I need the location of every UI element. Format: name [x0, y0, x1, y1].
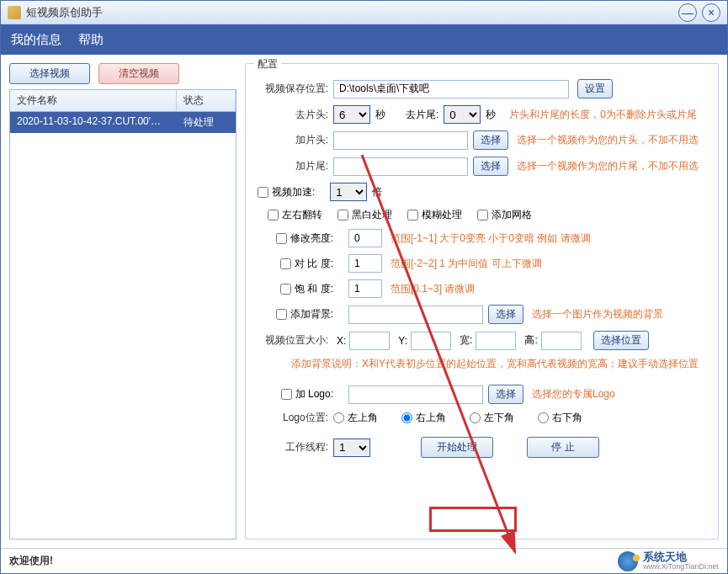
statusbar: 欢迎使用! 系统天地 www.XiTongTianDi.net	[1, 548, 727, 573]
titlebar: 短视频原创助手 — ×	[1, 1, 727, 24]
trim-tail-select[interactable]: 0	[444, 105, 481, 124]
minimize-button[interactable]: —	[678, 3, 697, 22]
app-icon	[8, 6, 21, 19]
logo-pos-bl[interactable]: 左下角	[470, 411, 514, 425]
logo-hint: 选择您的专属Logo	[532, 387, 615, 401]
threads-label: 工作线程:	[258, 440, 333, 454]
table-row[interactable]: 2020-11-03-10-42-37.CUT.00'… 待处理	[10, 112, 236, 133]
x-label: X:	[337, 335, 346, 347]
status-text: 欢迎使用!	[9, 554, 618, 568]
brightness-input[interactable]	[348, 229, 382, 247]
stop-button[interactable]: 停 止	[527, 437, 599, 458]
contrast-hint: 范围[-2~2] 1 为中间值 可上下微调	[391, 257, 542, 271]
select-logo-button[interactable]: 选择	[488, 385, 523, 404]
window-title: 短视频原创助手	[26, 5, 673, 20]
add-tail-hint: 选择一个视频作为您的片尾，不加不用选	[517, 159, 699, 173]
saturation-hint: 范围[0.1~3] 请微调	[391, 282, 475, 296]
save-path-input[interactable]	[333, 80, 569, 98]
add-head-label: 加片头:	[258, 133, 333, 147]
h-input[interactable]	[541, 332, 582, 350]
select-bg-button[interactable]: 选择	[488, 305, 523, 324]
save-path-label: 视频保存位置:	[258, 82, 333, 96]
col-header-status[interactable]: 状态	[177, 90, 236, 111]
clear-video-button[interactable]: 清空视频	[98, 63, 179, 84]
highlight-start-button	[429, 507, 517, 532]
select-video-button[interactable]: 选择视频	[9, 63, 90, 84]
brightness-hint: 范围[-1~1] 大于0变亮 小于0变暗 例如 请微调	[391, 231, 591, 246]
logo-pos-label: Logo位置:	[258, 411, 333, 425]
select-pos-button[interactable]: 选择位置	[593, 331, 649, 350]
bg-hint: 选择一个图片作为视频的背景	[532, 307, 663, 322]
saturation-input[interactable]	[348, 279, 382, 298]
x-input[interactable]	[349, 332, 390, 350]
select-tail-button[interactable]: 选择	[473, 157, 508, 176]
blur-checkbox[interactable]: 模糊处理	[407, 208, 462, 222]
add-head-input[interactable]	[333, 131, 468, 150]
seconds-label-1: 秒	[375, 108, 385, 122]
brightness-checkbox[interactable]: 修改亮度:	[258, 231, 333, 246]
file-table: 文件名称 状态 2020-11-03-10-42-37.CUT.00'… 待处理	[9, 89, 236, 539]
start-button[interactable]: 开始处理	[421, 437, 493, 458]
y-input[interactable]	[411, 332, 451, 350]
config-group: 配置 视频保存位置: 设置 去片头: 6 秒 去片尾: 0 秒 片头和片尾的长度…	[245, 63, 719, 539]
logo-pos-br[interactable]: 右下角	[538, 411, 582, 425]
config-title: 配置	[254, 57, 281, 72]
set-path-button[interactable]: 设置	[577, 79, 613, 98]
cell-name: 2020-11-03-10-42-37.CUT.00'…	[10, 112, 177, 133]
bw-checkbox[interactable]: 黑白处理	[337, 208, 392, 222]
bg-input[interactable]	[348, 306, 483, 324]
trim-head-label: 去片头:	[258, 108, 333, 122]
y-label: Y:	[398, 335, 407, 347]
logo-pos-tr[interactable]: 右上角	[401, 411, 446, 425]
pos-label: 视频位置大小:	[258, 333, 333, 348]
menu-my-info[interactable]: 我的信息	[11, 32, 61, 48]
col-header-name[interactable]: 文件名称	[10, 90, 177, 111]
cell-status: 待处理	[177, 112, 236, 133]
seconds-label-2: 秒	[486, 108, 496, 122]
close-button[interactable]: ×	[702, 3, 720, 22]
brand-sub: www.XiTongTianDi.net	[643, 562, 719, 571]
speed-suffix: 倍	[372, 185, 382, 199]
add-head-hint: 选择一个视频作为您的片头，不加不用选	[517, 133, 699, 147]
menubar: 我的信息 帮助	[1, 24, 727, 55]
brand-icon	[618, 551, 638, 571]
logo-checkbox[interactable]: 加 Logo:	[258, 387, 333, 401]
contrast-input[interactable]	[348, 254, 382, 273]
bg-checkbox[interactable]: 添加背景:	[258, 307, 333, 322]
select-head-button[interactable]: 选择	[473, 130, 508, 150]
saturation-checkbox[interactable]: 饱 和 度:	[258, 282, 333, 296]
trim-head-select[interactable]: 6	[333, 105, 370, 124]
h-label: 高:	[524, 333, 537, 348]
trim-hint: 片头和片尾的长度，0为不删除片头或片尾	[509, 108, 697, 122]
trim-tail-label: 去片尾:	[406, 108, 438, 122]
threads-select[interactable]: 1	[333, 438, 370, 457]
menu-help[interactable]: 帮助	[78, 32, 104, 48]
w-label: 宽:	[460, 333, 472, 348]
logo-pos-tl[interactable]: 左上角	[333, 411, 378, 425]
logo-input[interactable]	[348, 385, 483, 404]
add-tail-input[interactable]	[333, 157, 468, 176]
contrast-checkbox[interactable]: 对 比 度:	[258, 257, 333, 271]
add-tail-label: 加片尾:	[258, 159, 333, 173]
w-input[interactable]	[476, 332, 516, 350]
flip-checkbox[interactable]: 左右翻转	[268, 208, 322, 222]
pos-hint: 添加背景说明：X和Y代表初步位置的起始位置，宽和高代表视频的宽高；建议手动选择位…	[291, 357, 699, 371]
speed-select[interactable]: 1	[330, 183, 367, 201]
brand: 系统天地 www.XiTongTianDi.net	[618, 551, 719, 571]
grid-checkbox[interactable]: 添加网格	[477, 208, 532, 222]
speed-checkbox[interactable]: 视频加速:	[258, 185, 315, 199]
brand-main: 系统天地	[643, 551, 719, 562]
